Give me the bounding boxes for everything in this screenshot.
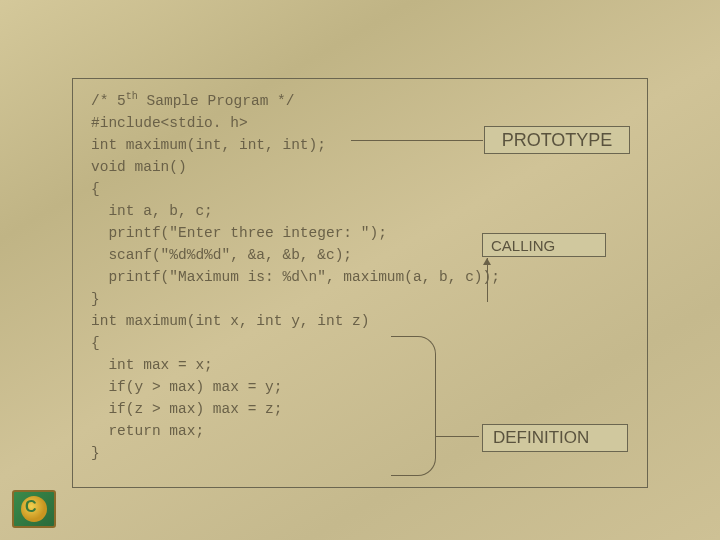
label-calling-text: CALLING [491, 237, 555, 254]
logo-icon: C [12, 490, 56, 528]
code-line-decl: int a, b, c; [91, 200, 629, 222]
label-calling: CALLING [482, 233, 606, 257]
comment-sup: th [126, 91, 138, 102]
code-line-open2: { [91, 332, 629, 354]
label-prototype: PROTOTYPE [484, 126, 630, 154]
label-prototype-text: PROTOTYPE [502, 130, 613, 151]
code-line-close-brace: } [91, 288, 629, 310]
bracket-definition [391, 336, 436, 476]
comment-prefix: /* 5 [91, 93, 126, 109]
label-definition-text: DEFINITION [493, 428, 589, 448]
code-line-comment: /* 5th Sample Program */ [91, 89, 629, 112]
logo-inner-icon: C [21, 496, 47, 522]
code-line-maxdecl: int max = x; [91, 354, 629, 376]
label-definition: DEFINITION [482, 424, 628, 452]
connector-line-definition [435, 436, 479, 437]
code-line-main-sig: void main() [91, 156, 629, 178]
code-line-open-brace: { [91, 178, 629, 200]
code-line-if2: if(z > max) max = z; [91, 398, 629, 420]
connector-line-prototype [351, 140, 483, 141]
arrow-up-icon [483, 258, 491, 265]
comment-suffix: Sample Program */ [138, 93, 295, 109]
logo-letter: C [25, 498, 37, 516]
code-line-if1: if(y > max) max = y; [91, 376, 629, 398]
code-line-printf2: printf("Maximum is: %d\n", maximum(a, b,… [91, 266, 629, 288]
code-line-func-sig: int maximum(int x, int y, int z) [91, 310, 629, 332]
